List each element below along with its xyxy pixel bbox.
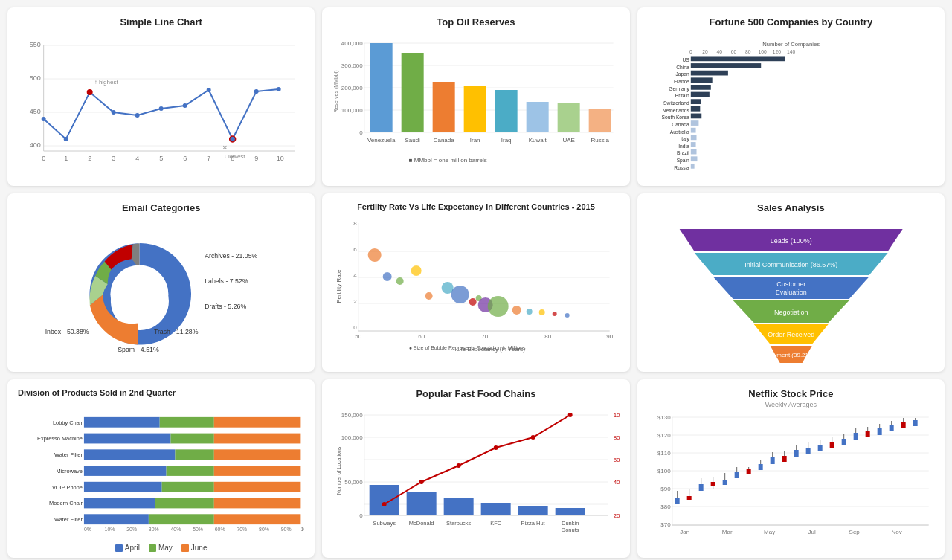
svg-text:550: 550 — [30, 41, 41, 48]
svg-text:↑ highest: ↑ highest — [94, 79, 119, 86]
svg-rect-260 — [686, 496, 691, 500]
products-card: Division of Products Sold in 2nd Quarter… — [7, 379, 315, 558]
svg-text:0: 0 — [689, 49, 692, 54]
svg-text:Initial Communication (86.57%): Initial Communication (86.57%) — [744, 261, 837, 268]
svg-text:US: US — [682, 57, 689, 62]
svg-text:100,000: 100,000 — [341, 434, 363, 441]
svg-text:France: France — [674, 79, 689, 84]
svg-text:1: 1 — [64, 155, 68, 162]
svg-rect-92 — [690, 120, 698, 126]
svg-rect-47 — [370, 43, 393, 132]
svg-rect-197 — [214, 514, 301, 524]
svg-text:Expresso Machine: Expresso Machine — [37, 435, 83, 442]
svg-text:9: 9 — [254, 155, 258, 162]
svg-text:$110: $110 — [657, 450, 671, 457]
svg-point-133 — [425, 292, 433, 300]
svg-text:Spain: Spain — [676, 158, 689, 164]
svg-text:Water Filter: Water Filter — [54, 451, 83, 458]
svg-text:60%: 60% — [614, 457, 620, 463]
svg-text:50%: 50% — [193, 527, 203, 532]
svg-text:400,000: 400,000 — [341, 40, 363, 47]
svg-text:KFC: KFC — [490, 520, 502, 527]
svg-text:500: 500 — [30, 74, 41, 82]
svg-text:Archives - 21.05%: Archives - 21.05% — [205, 252, 257, 260]
svg-rect-180 — [84, 434, 171, 444]
svg-rect-78 — [690, 71, 727, 76]
svg-text:0%: 0% — [84, 527, 91, 532]
line-chart-title: Simple Line Chart — [18, 16, 304, 28]
svg-text:Japan: Japan — [675, 71, 689, 77]
fortune-svg: Number of Companies 0 20 40 60 80 100 12… — [648, 32, 934, 177]
svg-text:20: 20 — [702, 49, 708, 54]
svg-text:80: 80 — [745, 49, 751, 54]
svg-text:Jul: Jul — [808, 529, 815, 535]
svg-rect-294 — [889, 425, 893, 431]
svg-point-129 — [368, 248, 382, 262]
svg-rect-288 — [853, 433, 858, 440]
svg-rect-195 — [84, 514, 149, 524]
svg-point-131 — [396, 277, 404, 285]
svg-text:80%: 80% — [614, 434, 620, 441]
svg-point-225 — [568, 413, 573, 417]
sales-card: Sales Analysis Leads (100%) Initial Comm… — [637, 193, 945, 372]
svg-point-130 — [383, 272, 392, 281]
svg-rect-284 — [829, 442, 834, 448]
svg-text:Brazil: Brazil — [677, 150, 689, 155]
svg-point-220 — [382, 502, 387, 506]
fertility-svg: Fertility Rate Life Expectancy (in Years… — [332, 216, 619, 353]
svg-rect-53 — [558, 103, 580, 132]
svg-point-132 — [411, 265, 422, 276]
svg-rect-290 — [865, 431, 869, 437]
svg-point-142 — [539, 309, 545, 315]
svg-text:$80: $80 — [660, 503, 671, 510]
svg-text:VOIP Phone: VOIP Phone — [52, 484, 83, 491]
email-svg: Archives - 21.05% Labels - 7.52% Drafts … — [18, 218, 304, 363]
svg-text:Iran: Iran — [470, 137, 480, 144]
svg-text:Mar: Mar — [721, 529, 732, 535]
svg-rect-82 — [690, 85, 710, 90]
line-chart-svg: 550 500 450 400 0 1 2 3 4 5 6 7 8 9 10 — [18, 32, 304, 173]
svg-text:Number of Locations: Number of Locations — [336, 446, 341, 495]
svg-text:2: 2 — [88, 155, 91, 162]
svg-text:Lobby Chair: Lobby Chair — [53, 419, 83, 426]
svg-text:150,000: 150,000 — [341, 412, 363, 419]
svg-rect-186 — [84, 466, 167, 476]
svg-text:100%: 100% — [614, 412, 620, 419]
svg-text:6: 6 — [354, 246, 358, 253]
email-card: Email Categories Archives - 21.05% — [7, 193, 315, 372]
svg-rect-94 — [690, 128, 695, 133]
svg-rect-181 — [171, 434, 214, 444]
svg-text:0: 0 — [354, 324, 358, 331]
svg-rect-266 — [722, 480, 727, 485]
fastfood-svg: 150,000 100,000 50,000 0 100% 80% 60% 40… — [332, 404, 619, 549]
products-title: Division of Products Sold in 2nd Quarter — [18, 388, 304, 397]
svg-rect-262 — [698, 484, 703, 491]
svg-text:Russia: Russia — [591, 137, 610, 144]
svg-text:Labels - 7.52%: Labels - 7.52% — [205, 277, 248, 285]
svg-rect-178 — [160, 417, 214, 428]
svg-text:50: 50 — [356, 333, 362, 340]
dashboard: Simple Line Chart 550 500 450 400 0 1 2 … — [7, 7, 945, 558]
svg-text:Nov: Nov — [891, 529, 901, 535]
svg-text:Subways: Subways — [373, 520, 396, 527]
svg-text:0: 0 — [360, 129, 364, 136]
svg-text:Germany: Germany — [669, 86, 689, 92]
svg-text:Kuwait: Kuwait — [529, 137, 547, 144]
svg-text:Switzerland: Switzerland — [663, 100, 689, 106]
svg-rect-217 — [481, 503, 511, 515]
svg-text:30%: 30% — [149, 527, 159, 532]
svg-text:Payment (39.21%): Payment (39.21%) — [766, 352, 816, 358]
svg-point-26 — [159, 106, 164, 111]
svg-text:$100: $100 — [657, 468, 671, 474]
svg-rect-193 — [155, 498, 214, 509]
svg-rect-185 — [214, 449, 301, 460]
oil-svg: 400,000 300,000 200,000 100,000 0 Reserv… — [332, 32, 619, 170]
svg-rect-258 — [675, 498, 679, 504]
svg-rect-190 — [162, 482, 214, 492]
svg-text:50,000: 50,000 — [345, 479, 364, 486]
svg-text:4: 4 — [135, 155, 139, 162]
svg-rect-51 — [495, 90, 518, 132]
svg-rect-84 — [690, 92, 709, 97]
svg-text:0: 0 — [42, 155, 45, 162]
svg-point-28 — [207, 88, 211, 92]
